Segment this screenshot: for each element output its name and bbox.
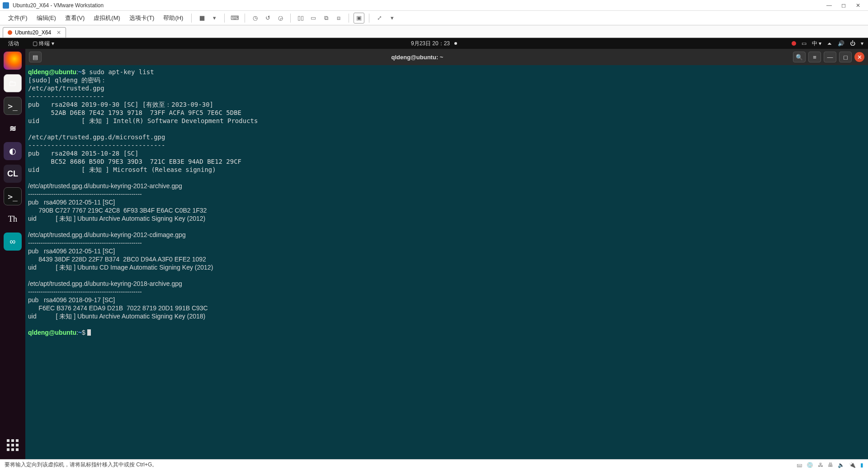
host-close-button[interactable]: ✕ [851, 2, 865, 9]
fullscreen-button[interactable]: ⤢ [374, 13, 385, 24]
system-menu-arrow-icon[interactable]: ▾ [861, 40, 863, 47]
vm-pause-button[interactable]: ▮▮ [196, 13, 207, 24]
host-minimize-button[interactable]: — [822, 2, 836, 9]
host-menubar: 文件(F) 编辑(E) 查看(V) 虚拟机(M) 选项卡(T) 帮助(H) ▮▮… [0, 11, 868, 25]
notification-dot-icon [454, 42, 457, 45]
menu-tabs[interactable]: 选项卡(T) [126, 12, 158, 24]
network-icon[interactable]: ⏶ [827, 40, 832, 47]
snapshot-revert-button[interactable]: ↺ [262, 13, 273, 24]
ime-indicator[interactable]: 中 ▾ [812, 40, 821, 47]
host-statusbar: 要将输入定向到该虚拟机，请将鼠标指针移入其中或按 Ctrl+G。 🖴 💿 🖧 🖶… [0, 459, 868, 470]
terminal-maximize-button[interactable]: ◻ [839, 52, 852, 62]
terminal-headerbar: ▤ qldeng@ubuntu: ~ 🔍 ≡ — ◻ ✕ [25, 49, 868, 65]
vm-screen: 活动 ▢ 终端 ▾ 9月23日 20：23 ▭ 中 ▾ ⏶ 🔊 ⏻ ▾ 🗀 >_… [0, 38, 868, 459]
vm-tab[interactable]: Ubuntu20_X64 ✕ [3, 27, 66, 38]
dock-vscode[interactable]: ≋ [4, 119, 22, 138]
gnome-appmenu[interactable]: ▢ 终端 ▾ [29, 39, 58, 48]
dock-terminal[interactable]: >_ [4, 97, 22, 115]
vm-tab-close[interactable]: ✕ [57, 29, 61, 36]
host-title: Ubuntu20_X64 - VMware Workstation [13, 2, 104, 9]
dock-arduino[interactable]: ∞ [4, 233, 22, 251]
terminal-menu-button[interactable]: ≡ [808, 52, 821, 62]
device-sound-icon[interactable]: 🔈 [838, 462, 844, 468]
dock-terminal2[interactable]: >_ [4, 187, 22, 205]
gnome-topbar: 活动 ▢ 终端 ▾ 9月23日 20：23 ▭ 中 ▾ ⏶ 🔊 ⏻ ▾ [0, 38, 868, 49]
fullscreen-dropdown[interactable]: ▾ [387, 13, 397, 24]
terminal-new-tab-button[interactable]: ▤ [29, 52, 42, 62]
vmware-icon [3, 2, 9, 9]
dock-font-app[interactable]: Th [4, 210, 22, 228]
menu-help[interactable]: 帮助(H) [160, 12, 187, 24]
terminal-body[interactable]: qldeng@ubuntu:~$ sudo apt-key list [sudo… [25, 65, 868, 459]
gnome-activities[interactable]: 活动 [5, 39, 23, 48]
device-hdd-icon[interactable]: 🖴 [797, 462, 802, 468]
gnome-clock[interactable]: 9月23日 20：23 [411, 40, 450, 47]
dock-clion[interactable]: CL [4, 165, 22, 183]
gnome-dock: 🗀 >_ ≋ ◐ CL >_ Th ∞ [0, 49, 25, 459]
view-quick-button[interactable]: ⧈ [333, 13, 344, 24]
volume-icon[interactable]: 🔊 [838, 40, 844, 47]
send-ctrl-alt-del-button[interactable]: ⌨ [229, 13, 240, 24]
device-cd-icon[interactable]: 💿 [807, 462, 813, 468]
terminal-title: qldeng@ubuntu: ~ [44, 54, 790, 61]
vm-pause-dropdown[interactable]: ▾ [209, 13, 220, 24]
menu-edit[interactable]: 编辑(E) [33, 12, 60, 24]
dock-show-apps[interactable] [7, 439, 19, 451]
host-maximize-button[interactable]: ◻ [836, 2, 851, 9]
terminal-minimize-button[interactable]: — [824, 52, 836, 62]
menu-file[interactable]: 文件(F) [5, 12, 31, 24]
dock-eclipse[interactable]: ◐ [4, 142, 22, 160]
terminal-window: ▤ qldeng@ubuntu: ~ 🔍 ≡ — ◻ ✕ qldeng@ubun… [25, 49, 868, 459]
vm-tab-label: Ubuntu20_X64 [15, 29, 51, 36]
power-icon[interactable]: ⏻ [850, 40, 855, 47]
snapshot-take-button[interactable]: ◷ [250, 13, 260, 24]
host-tabbar: Ubuntu20_X64 ✕ [0, 25, 868, 38]
accessibility-icon[interactable]: ▭ [802, 40, 807, 47]
host-status-text: 要将输入定向到该虚拟机，请将鼠标指针移入其中或按 Ctrl+G。 [5, 461, 157, 469]
ubuntu-icon [8, 30, 12, 35]
view-single-button[interactable]: ▯▯ [295, 13, 306, 24]
terminal-search-button[interactable]: 🔍 [793, 52, 806, 62]
menu-vm[interactable]: 虚拟机(M) [90, 12, 124, 24]
dock-firefox[interactable] [4, 52, 22, 70]
view-unity-button[interactable]: ⧉ [321, 13, 331, 24]
device-usb-icon[interactable]: 🔌 [849, 462, 856, 468]
view-console-button[interactable]: ▭ [308, 13, 319, 24]
device-printer-icon[interactable]: 🖶 [828, 462, 833, 468]
recording-indicator-icon[interactable] [792, 41, 796, 46]
device-net-icon[interactable]: 🖧 [818, 462, 823, 468]
terminal-close-button[interactable]: ✕ [854, 52, 864, 62]
menu-view[interactable]: 查看(V) [61, 12, 88, 24]
host-titlebar: Ubuntu20_X64 - VMware Workstation — ◻ ✕ [0, 0, 868, 11]
snapshot-manage-button[interactable]: ◶ [275, 13, 286, 24]
dock-files[interactable]: 🗀 [4, 74, 22, 92]
message-log-icon[interactable]: ▮ [860, 462, 863, 468]
view-console-only-button[interactable]: ▣ [354, 13, 364, 24]
